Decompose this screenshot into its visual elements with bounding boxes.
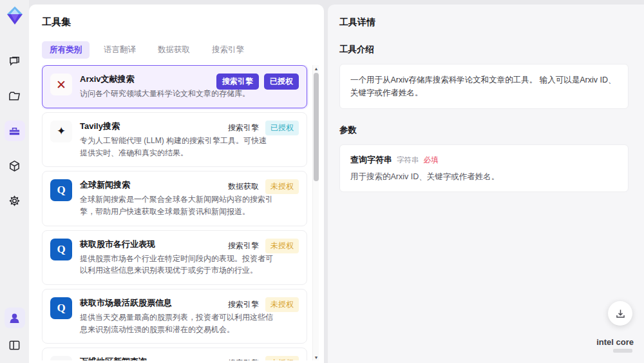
tool-category-badge: 搜索引擎: [227, 297, 260, 312]
tool-card[interactable]: ✦ Tavily搜索 专为人工智能代理 (LLM) 构建的搜索引擎工具。可快速提…: [42, 112, 307, 167]
tool-description: 提供当天交易量最高的股票列表，投资者可以利用这些信息来识别流动性强的股票和潜在的…: [80, 311, 273, 335]
intro-heading: 工具介绍: [339, 44, 629, 55]
building-icon: [50, 356, 72, 360]
scrollbar-down-arrow[interactable]: ▼: [313, 354, 319, 360]
scrollbar-up-arrow[interactable]: ▲: [313, 65, 319, 72]
app-logo-icon: [5, 6, 24, 25]
category-tabs: 所有类别语言翻译数据获取搜索引擎: [42, 41, 324, 59]
chat-icon: [8, 55, 21, 68]
sidebar-item-files[interactable]: [5, 86, 25, 106]
intro-box: 一个用于从Arxiv存储库搜索科学论文和文章的工具。 输入可以是Arxiv ID…: [339, 64, 629, 109]
panel-toggle-icon: [8, 339, 21, 351]
tool-category-badge: 搜索引擎: [227, 121, 260, 135]
param-box: 查询字符串 字符串 必填 用于搜索的Arxiv ID、关键字或作者姓名。: [339, 144, 629, 192]
tab-搜索引擎[interactable]: 搜索引擎: [204, 41, 252, 59]
sidebar-item-panel-toggle[interactable]: [5, 335, 25, 355]
intel-core-logo-text: intel core: [596, 337, 634, 347]
blue-app-icon: Q: [50, 179, 72, 201]
tool-auth-badge: 已授权: [265, 121, 299, 135]
tool-description: 专为人工智能代理 (LLM) 构建的搜索引擎工具。可快速提供实时、准确和真实的结…: [80, 135, 273, 159]
tool-description: 提供股票市场各个行业在特定时间段内的表现。投资者可以利用这些信息来识别表现优于或…: [80, 253, 273, 277]
tool-auth-badge: 未授权: [265, 356, 299, 360]
blue-app-icon: Q: [50, 297, 72, 319]
toolbox-icon: [8, 125, 21, 137]
sidebar-item-tools[interactable]: [5, 121, 25, 141]
param-description: 用于搜索的Arxiv ID、关键字或作者姓名。: [350, 172, 618, 182]
blue-app-icon: Q: [50, 239, 72, 260]
tab-所有类别[interactable]: 所有类别: [42, 41, 90, 59]
tab-数据获取[interactable]: 数据获取: [150, 41, 198, 59]
list-scrollbar[interactable]: ▲ ▼: [312, 65, 319, 360]
tool-auth-badge: 已授权: [264, 74, 299, 90]
param-name: 查询字符串: [350, 154, 392, 166]
sidebar-item-account[interactable]: [5, 308, 25, 328]
tool-category-badge: 搜索引擎: [227, 356, 260, 360]
tool-card[interactable]: ✕ Arxiv文献搜索 访问各个研究领域大量科学论文和文章的存储库。 搜索引擎 …: [42, 65, 307, 108]
params-heading: 参数: [339, 124, 629, 136]
tool-card[interactable]: Q 获取股市各行业表现 提供股票市场各个行业在特定时间段内的表现。投资者可以利用…: [42, 230, 307, 285]
sidebar-item-settings[interactable]: [5, 190, 25, 211]
download-icon: [615, 308, 626, 319]
tool-auth-badge: 未授权: [265, 239, 299, 253]
tool-detail-panel: 工具详情 工具介绍 一个用于从Arxiv存储库搜索科学论文和文章的工具。 输入可…: [328, 5, 644, 363]
settings-icon: [8, 195, 21, 207]
tool-list: ✕ Arxiv文献搜索 访问各个研究领域大量科学论文和文章的存储库。 搜索引擎 …: [42, 65, 324, 360]
brand-label: intel core: [596, 337, 634, 347]
icon-sidebar: [0, 0, 29, 363]
tool-card[interactable]: Q 获取市场最活跃股票信息 提供当天交易量最高的股票列表，投资者可以利用这些信息…: [42, 289, 307, 344]
cube-icon: [8, 160, 21, 172]
page-title: 工具集: [42, 16, 324, 28]
app-window: 工具集 所有类别语言翻译数据获取搜索引擎 ✕ Arxiv文献搜索 访问各个研究领…: [0, 0, 644, 363]
sidebar-item-chat[interactable]: [5, 51, 25, 72]
param-required-badge: 必填: [424, 155, 439, 165]
download-button[interactable]: [608, 301, 632, 326]
scrollbar-thumb[interactable]: [314, 73, 319, 181]
intel-core-badge: intel core: [596, 337, 634, 353]
arxiv-icon: ✕: [50, 74, 72, 95]
tool-description: 全球新闻搜索是一个聚合全球各大新闻网站内容的搜索引擎，帮助用户快速获取全球最新资…: [80, 193, 273, 217]
tool-list-panel: 工具集 所有类别语言翻译数据获取搜索引擎 ✕ Arxiv文献搜索 访问各个研究领…: [29, 5, 324, 363]
param-type: 字符串: [397, 155, 419, 165]
tool-category-badge: 搜索引擎: [216, 74, 259, 90]
tool-auth-badge: 未授权: [265, 179, 299, 194]
folder-icon: [8, 90, 21, 103]
tool-card[interactable]: Q 全球新闻搜索 全球新闻搜索是一个聚合全球各大新闻网站内容的搜索引擎，帮助用户…: [42, 171, 307, 226]
brand-subtext-smudge: [613, 349, 632, 353]
user-icon: [8, 312, 21, 324]
tab-语言翻译[interactable]: 语言翻译: [96, 41, 144, 59]
tool-auth-badge: 未授权: [265, 297, 299, 312]
detail-title: 工具详情: [339, 17, 629, 28]
tool-card[interactable]: 万维地区新闻查询 查询具体行政区划内的新闻，快速了解各地新闻动 搜索引擎 未授权: [42, 348, 307, 360]
intro-text: 一个用于从Arxiv存储库搜索科学论文和文章的工具。 输入可以是Arxiv ID…: [350, 74, 618, 99]
tool-category-badge: 搜索引擎: [227, 239, 260, 253]
tool-category-badge: 数据获取: [227, 179, 260, 194]
sidebar-item-models[interactable]: [5, 155, 25, 176]
star-icon: ✦: [50, 121, 72, 142]
